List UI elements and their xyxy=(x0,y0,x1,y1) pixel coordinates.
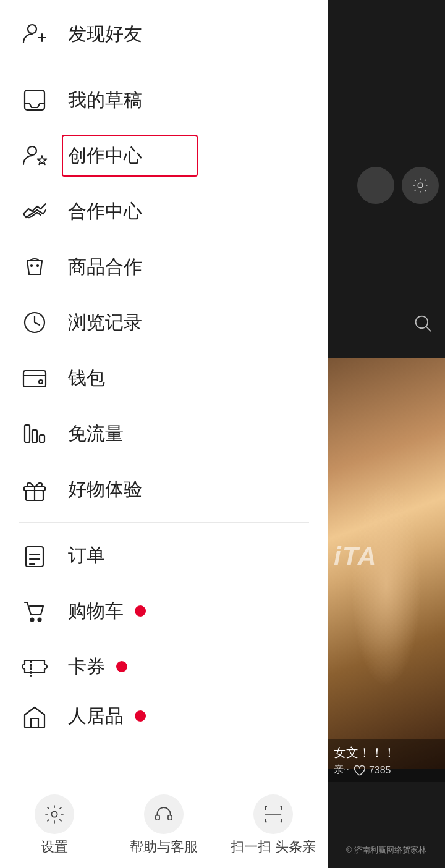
help-label: 帮助与客服 xyxy=(130,838,198,856)
bottom-scan[interactable]: 扫一扫 头条亲 xyxy=(218,794,328,856)
svg-rect-12 xyxy=(32,430,37,442)
shopping-cart-label: 购物车 xyxy=(68,599,124,624)
right-settings-btn[interactable] xyxy=(402,167,439,204)
sidebar-item-quality[interactable]: 人居品 xyxy=(0,694,328,738)
sidebar-item-cooperation-center[interactable]: 合作中心 xyxy=(0,183,328,239)
scan-label: 扫一扫 头条亲 xyxy=(231,838,316,856)
app-container: 发现好友 我的草稿 xyxy=(0,0,445,868)
headphone-icon xyxy=(153,804,174,825)
svg-rect-26 xyxy=(168,815,172,820)
sidebar-item-wallet[interactable]: 钱包 xyxy=(0,350,328,406)
sidebar-item-product-cooperation[interactable]: 商品合作 xyxy=(0,239,328,295)
svg-rect-23 xyxy=(31,718,38,727)
right-panel: iTA 女文！！！ 亲·· 7385 © 济南利赢网络贺家林 xyxy=(328,0,445,868)
watermark: © 济南利赢网络贺家林 xyxy=(328,845,445,856)
right-title: 女文！！！ xyxy=(334,744,439,761)
settings-gear-icon xyxy=(412,177,429,194)
wallet-label: 钱包 xyxy=(68,366,105,391)
divider-2 xyxy=(19,522,309,523)
find-friends-label: 发现好友 xyxy=(68,22,142,47)
svg-point-0 xyxy=(28,25,36,33)
good-experience-label: 好物体验 xyxy=(68,477,142,502)
svg-rect-11 xyxy=(25,425,30,442)
gear-icon-wrap xyxy=(35,794,74,834)
sidebar-item-find-friends[interactable]: 发现好友 xyxy=(0,6,328,62)
sidebar-item-creator-center[interactable]: 创作中心 xyxy=(0,128,328,183)
svg-point-6 xyxy=(31,265,32,266)
svg-point-10 xyxy=(39,380,43,384)
settings-label: 设置 xyxy=(41,838,68,856)
handshake-icon xyxy=(19,195,51,227)
clipboard-icon xyxy=(19,539,51,571)
bar-chart-icon xyxy=(19,418,51,450)
menu-list: 发现好友 我的草稿 xyxy=(0,0,328,788)
sidebar-item-good-experience[interactable]: 好物体验 xyxy=(0,461,328,517)
shopping-bag-icon xyxy=(19,251,51,283)
cart-icon xyxy=(19,595,51,627)
right-subtitle: 亲·· xyxy=(334,764,349,777)
browse-history-label: 浏览记录 xyxy=(68,310,142,335)
product-cooperation-label: 商品合作 xyxy=(68,255,142,280)
orders-label: 订单 xyxy=(68,543,105,568)
svg-line-30 xyxy=(426,327,431,331)
svg-point-29 xyxy=(416,316,428,329)
svg-point-20 xyxy=(31,618,34,622)
right-search-icon[interactable] xyxy=(412,312,434,337)
svg-point-21 xyxy=(38,618,41,622)
divider-1 xyxy=(19,67,309,67)
sidebar-item-my-drafts[interactable]: 我的草稿 xyxy=(0,72,328,128)
wallet-icon xyxy=(19,362,51,394)
free-data-label: 免流量 xyxy=(68,421,124,447)
heart-icon xyxy=(353,764,365,777)
sidebar-item-coupons[interactable]: 卡券 xyxy=(0,639,328,694)
svg-point-24 xyxy=(52,811,57,817)
quality-badge xyxy=(135,710,146,722)
svg-point-4 xyxy=(28,146,36,155)
person-add-icon xyxy=(19,18,51,50)
sidebar-item-free-data[interactable]: 免流量 xyxy=(0,406,328,461)
bottom-bar: 设置 帮助与客服 扫一 xyxy=(0,788,328,868)
svg-rect-25 xyxy=(156,815,159,820)
headphone-icon-wrap xyxy=(144,794,184,834)
clock-icon xyxy=(19,306,51,339)
scan-icon-wrap xyxy=(253,794,293,834)
right-circle-btn-1[interactable] xyxy=(357,167,394,204)
sidebar-item-browse-history[interactable]: 浏览记录 xyxy=(0,295,328,350)
ita-text: iTA xyxy=(334,542,378,571)
house-icon xyxy=(19,700,51,732)
gear-icon xyxy=(44,804,65,825)
right-content-area: 女文！！！ 亲·· 7385 xyxy=(328,739,445,782)
gift-icon xyxy=(19,473,51,505)
person-star-icon xyxy=(19,140,51,172)
svg-point-28 xyxy=(418,183,423,188)
quality-label: 人居品 xyxy=(68,704,124,729)
menu-panel: 发现好友 我的草稿 xyxy=(0,0,328,868)
sidebar-item-orders[interactable]: 订单 xyxy=(0,528,328,583)
creator-center-label: 创作中心 xyxy=(68,143,142,169)
sidebar-item-shopping-cart[interactable]: 购物车 xyxy=(0,583,328,639)
coupons-label: 卡券 xyxy=(68,654,105,680)
coupons-badge xyxy=(116,661,127,672)
shopping-cart-badge xyxy=(135,605,146,617)
svg-point-7 xyxy=(37,265,38,266)
bottom-settings[interactable]: 设置 xyxy=(0,794,109,856)
likes-count: 7385 xyxy=(369,765,391,776)
my-drafts-label: 我的草稿 xyxy=(68,88,142,113)
ticket-icon xyxy=(19,651,51,683)
svg-rect-9 xyxy=(23,371,46,387)
svg-marker-5 xyxy=(38,156,47,164)
inbox-icon xyxy=(19,84,51,116)
cooperation-center-label: 合作中心 xyxy=(68,199,142,224)
svg-rect-13 xyxy=(40,435,44,442)
search-icon xyxy=(412,312,434,334)
scan-icon xyxy=(263,804,284,825)
bottom-help[interactable]: 帮助与客服 xyxy=(109,794,219,856)
